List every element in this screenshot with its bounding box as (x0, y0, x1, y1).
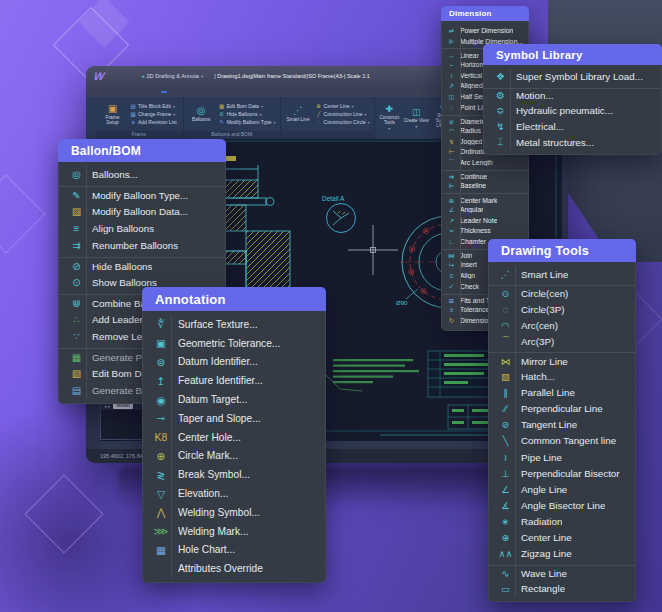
menu-item[interactable]: ∡ Angle Bisector Line (489, 497, 635, 513)
menu-item[interactable]: ▨ Modify Balloon Data... (59, 203, 225, 220)
thickness-icon: ≍ (447, 227, 456, 234)
menu-item[interactable]: ⇉ Continue (442, 170, 528, 181)
menu-item[interactable]: ⌶ Metal structures... (484, 134, 661, 150)
ribbon-item[interactable]: ✎ Modify Balloon Type ▾ (219, 119, 276, 125)
menu-item[interactable]: ⋰ Smart Line (489, 266, 635, 282)
menu-item-label: Perpendicular Bisector (521, 468, 620, 479)
workspace-switcher[interactable]: ● 2D Drafting & Annota ▾ (141, 73, 203, 79)
menu-item[interactable]: ▽ Elevation... (143, 484, 325, 503)
menu-item-label: Jogged (460, 138, 482, 145)
half-section-icon: ◫ (447, 93, 456, 100)
menu-item[interactable]: ∧∧ Zigzag Line (489, 546, 635, 562)
menu-item[interactable]: ⊕ Circle Mark... (143, 447, 325, 466)
power-dimension-icon: ⇄ (447, 27, 456, 34)
menu-item-label: Hole Chart... (178, 544, 235, 555)
menu-item[interactable]: ⊜ Datum Identifier... (143, 353, 325, 372)
ribbon-item[interactable]: ╱ Construction Line ▾ (316, 111, 370, 117)
menu-item[interactable]: ⊘ Hide Balloons (59, 257, 225, 274)
ribbon-item[interactable]: ▦ Edit Bom Data ▾ (219, 103, 276, 109)
menu-item[interactable]: ↥ Feature Identifier... (143, 371, 325, 390)
menu-item[interactable]: ⊕ Center Mark (442, 193, 528, 204)
menu-item[interactable]: ∕∕ Perpendicular Line (489, 401, 635, 417)
dimension-style-icon: ↻ (447, 317, 456, 324)
menu-item[interactable]: ≎ Hydraulic pneumatic... (484, 103, 661, 119)
menu-item[interactable]: ⊫ Baseline (442, 181, 528, 192)
menu-item[interactable]: ≡ Align Balloons (59, 220, 225, 237)
ribbon-group-balloons-bom: ◎ Balloons ▦ Edit Bom Data ▾ ⊘ Hide Ball… (184, 97, 281, 139)
menu-item-label: Mirror Line (521, 356, 568, 367)
menu-item[interactable]: ⋀ Welding Symbol... (143, 503, 325, 522)
ribbon-item[interactable]: ▤ Title Block Edit ▾ (130, 103, 179, 109)
menu-item[interactable]: ⊕ Center Line (489, 530, 635, 546)
ribbon-item[interactable]: ≡ Add Revision List (130, 119, 179, 125)
hide-balloons-icon: ⊘ (219, 111, 225, 117)
menu-item[interactable]: ❖ Super Symbol Library Load... (484, 69, 661, 85)
perpendicular-line-icon: ∕∕ (498, 403, 513, 414)
menu-item[interactable]: ◉ Datum Target... (143, 390, 325, 409)
menu-item[interactable]: ╲ Common Tangent line (489, 433, 635, 449)
ribbon-button-label: Create View (404, 118, 429, 123)
menu-item-label: Leader Note (460, 217, 497, 224)
menu-item-label: Hydraulic pneumatic... (516, 105, 613, 116)
menu-item-label: Angle Line (521, 484, 567, 495)
menu-item[interactable]: ↯ Electrical... (484, 119, 661, 135)
taper-slope-icon: ⊸ (153, 412, 169, 424)
ribbon-button[interactable]: ✚ Construct Tools ▾ (377, 99, 402, 137)
menu-item[interactable]: ∜ Surface Texture... (143, 315, 325, 334)
smart-line-button[interactable]: ⋰ Smart Line (285, 106, 312, 122)
balloons-button[interactable]: ◎ Balloons (188, 106, 215, 122)
menu-item[interactable]: ⚙ Motion... (484, 88, 661, 104)
menu-item[interactable]: ⋈ Mirror Line (489, 352, 635, 368)
menu-item[interactable]: ▭ Rectangle (489, 581, 635, 597)
remove-leader-icon: ∵ (69, 331, 84, 342)
menu-item[interactable]: ↗ Leader Note (442, 215, 528, 226)
menu-item[interactable]: ⋙ Welding Mark... (143, 522, 325, 541)
baseline-icon: ⊫ (447, 182, 456, 189)
add-leader-icon: ∴ (69, 314, 84, 325)
ribbon-item[interactable]: ▧ Change Frame ▾ (130, 111, 179, 117)
menu-item[interactable]: ∥ Parallel Line (489, 385, 635, 401)
menu-item[interactable]: ◠ Arc(cen) (489, 317, 635, 333)
frame-setup-button[interactable]: ▣ Frame Setup (99, 104, 126, 125)
menu-tab[interactable] (161, 91, 167, 93)
feature-identifier-icon: ↥ (153, 375, 169, 387)
menu-item[interactable]: ▨ Hatch... (489, 369, 635, 385)
menu-item[interactable]: ∠ Angular (442, 204, 528, 215)
menu-item[interactable]: ≀ Pipe Line (489, 449, 635, 465)
menu-item[interactable]: ▦ Hole Chart... (143, 541, 325, 560)
menu-item[interactable]: ∿ Wave Line (489, 565, 635, 581)
parallel-line-icon: ∥ (498, 387, 513, 398)
annotation-panel: Annotation ∜ Surface Texture... ▣ Geomet… (142, 287, 326, 583)
detail-view: Detail A (322, 195, 356, 233)
menu-item[interactable]: ⌒ Arc(3P) (489, 333, 635, 349)
menu-item[interactable]: Attributes Override (143, 559, 325, 578)
menu-item[interactable]: ⇄ Power Dimension (442, 25, 528, 36)
menu-item[interactable]: ≷ Break Symbol... (143, 465, 325, 484)
menu-item[interactable]: ◌ Circle(3P) (489, 301, 635, 317)
menu-item-label: Circle(cen) (521, 288, 568, 299)
align-icon: ≡ (447, 272, 456, 279)
menu-item[interactable]: ◎ Balloons... (59, 166, 225, 183)
ribbon-item[interactable]: ◌ Construction Circle ▾ (316, 119, 370, 125)
menu-item[interactable]: ⊥ Perpendicular Bisector (489, 465, 635, 481)
hide-balloons-icon: ⊘ (69, 261, 84, 272)
panel-title: Annotation (142, 287, 326, 311)
menu-item[interactable]: ⇉ Renumber Balloons (59, 237, 225, 254)
zigzag-line-icon: ∧∧ (498, 548, 513, 559)
ribbon-item[interactable]: ⊘ Hide Balloons ▾ (219, 111, 276, 117)
menu-item[interactable]: K8 Center Hole... (143, 428, 325, 447)
ribbon-button[interactable]: ◫ Create View ▾ (404, 99, 429, 137)
menu-item[interactable]: ∠ Angle Line (489, 481, 635, 497)
menu-item[interactable]: ≍ Thickness (442, 225, 528, 236)
leader-note-icon: ↗ (447, 217, 456, 224)
menu-item[interactable]: ⌒ Arc Length (442, 157, 528, 168)
menu-item[interactable]: ✎ Modify Balloon Type... (59, 186, 225, 203)
menu-item[interactable]: ⊸ Taper and Slope... (143, 409, 325, 428)
ribbon-item[interactable]: ⊕ Center Line ▾ (316, 103, 370, 109)
continue-icon: ⇉ (447, 173, 456, 180)
menu-item-label: Wave Line (521, 568, 567, 579)
menu-item[interactable]: ∗ Radiation (489, 513, 635, 529)
menu-item[interactable]: ⊘ Tangent Line (489, 417, 635, 433)
menu-item[interactable]: ⊙ Circle(cen) (489, 285, 635, 301)
menu-item[interactable]: ▣ Geometric Tolerance... (143, 334, 325, 353)
